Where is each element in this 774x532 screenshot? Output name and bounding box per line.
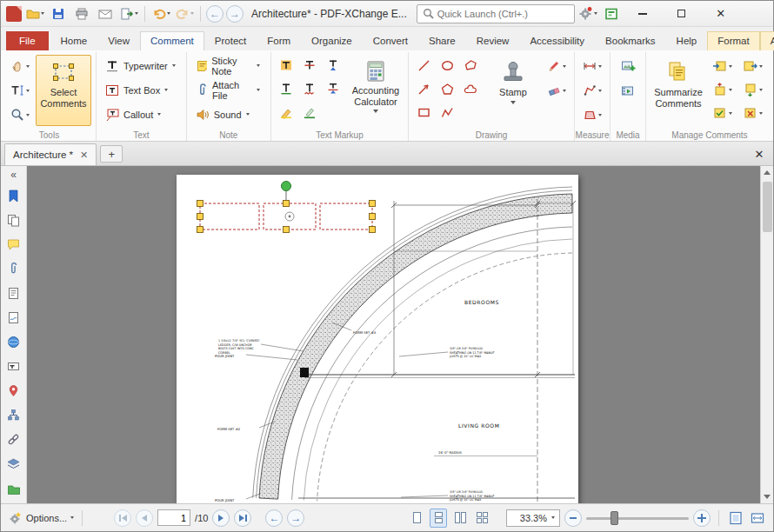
squiggly-underline-button[interactable] [299,78,320,99]
links-pane-button[interactable] [3,429,24,449]
tab-bookmarks[interactable]: Bookmarks [595,31,666,50]
tab-comment[interactable]: Comment [140,31,204,50]
destinations-pane-button[interactable] [3,380,24,401]
close-window-button[interactable]: ✕ [703,1,739,26]
selection-handles[interactable] [197,201,376,233]
rectangle-tool-button[interactable] [413,102,434,123]
options-button[interactable]: Options... [26,513,74,523]
maximize-button[interactable] [664,1,700,26]
two-page-view-button[interactable] [451,509,469,528]
email-button[interactable] [95,3,116,24]
area-tool-button[interactable] [579,103,605,126]
structure-pane-button[interactable] [3,404,24,425]
history-back-button[interactable]: ← [206,5,224,23]
minimize-button[interactable] [624,1,661,26]
underline-marker-button[interactable] [299,102,320,123]
tab-review[interactable]: Review [466,31,520,50]
fit-page-button[interactable] [727,509,744,528]
tab-format[interactable]: Format [707,31,759,50]
next-view-button[interactable]: → [287,509,304,527]
history-forward-button[interactable]: → [226,5,244,23]
fields-pane-button[interactable] [3,356,24,376]
model-3d-pane-button[interactable] [3,331,24,352]
settings-button[interactable] [577,3,598,24]
highlight-text-button[interactable] [276,55,297,76]
tab-view[interactable]: View [97,31,140,50]
quick-launch-search[interactable] [417,4,575,23]
pentagon-tool-button[interactable] [437,78,457,99]
scroll-up-button[interactable] [761,166,774,179]
tab-arrange[interactable]: Arrange [760,31,774,50]
accounting-calculator-button[interactable]: Accounting Calculator [348,55,404,126]
status-gear-icon[interactable] [8,511,22,525]
select-comments-button[interactable]: Select Comments [36,55,91,126]
zoom-slider-thumb[interactable] [611,511,618,525]
content-pane-button[interactable] [3,283,24,303]
zoom-in-button[interactable] [693,509,711,527]
zoom-out-button[interactable] [564,509,582,527]
comments-pane-button[interactable] [3,234,24,255]
export-comments-button[interactable] [739,55,765,77]
polyline-tool-button[interactable] [437,102,457,123]
previous-comment-button[interactable] [709,78,735,101]
quick-launch-input[interactable] [437,9,569,19]
fit-width-button[interactable] [749,509,766,528]
replace-text-button[interactable] [323,78,344,99]
document-tab-architecture[interactable]: Architecture * ✕ [4,143,97,165]
distance-tool-button[interactable] [579,55,605,77]
callout-button[interactable]: Callout [101,103,167,125]
text-box-button[interactable]: Text Box [101,79,174,101]
polygon-tool-button[interactable] [460,55,481,76]
tab-file[interactable]: File [6,31,49,50]
page-number-input[interactable] [157,509,190,526]
highlight-marker-button[interactable] [276,102,297,123]
pdf-page[interactable]: BEDROOMS LIVING ROOM 1 3/4x11 7/8" SCL '… [177,175,578,503]
first-page-button[interactable] [114,509,131,527]
previous-page-button[interactable] [136,509,153,527]
next-comment-button[interactable] [739,78,765,101]
hand-tool-button[interactable] [7,55,33,77]
new-tab-button[interactable]: + [100,145,123,163]
signatures-pane-button[interactable] [3,307,24,328]
save-button[interactable] [48,3,69,24]
session-button[interactable] [601,3,622,24]
next-page-button[interactable] [212,509,230,527]
arrow-tool-button[interactable] [413,78,434,99]
thumbnails-pane-button[interactable] [3,209,24,230]
tab-home[interactable]: Home [50,31,98,50]
open-button[interactable] [24,3,45,24]
history-pane-button[interactable] [3,479,24,500]
vertical-scrollbar[interactable] [760,166,773,503]
two-page-continuous-button[interactable] [473,509,490,528]
scroll-down-button[interactable] [761,490,774,503]
stamp-button[interactable]: Stamp [485,55,541,126]
underline-text-button[interactable] [276,78,297,99]
export-button[interactable] [118,3,139,24]
comment-annotation-3[interactable] [320,203,372,229]
show-comments-button[interactable] [709,102,735,124]
add-image-button[interactable] [615,55,641,77]
rotate-handle[interactable] [282,182,291,191]
oval-tool-button[interactable] [437,55,457,76]
tab-form[interactable]: Form [257,31,301,50]
last-page-button[interactable] [234,509,251,527]
sticky-note-button[interactable]: Sticky Note [191,55,266,76]
delete-comments-button[interactable] [739,102,765,124]
single-page-view-button[interactable] [408,509,425,528]
zoom-tool-button[interactable] [7,103,33,126]
typewriter-button[interactable]: Typewriter [101,55,182,76]
selected-comment-annotations[interactable] [197,182,376,233]
comment-annotation-1[interactable] [200,203,259,229]
tab-share[interactable]: Share [418,31,466,50]
tab-convert[interactable]: Convert [363,31,418,50]
continuous-view-button[interactable] [430,509,447,528]
tab-protect[interactable]: Protect [204,31,257,50]
cloud-tool-button[interactable] [460,78,481,99]
line-tool-button[interactable] [413,55,434,76]
previous-view-button[interactable]: ← [265,509,283,527]
add-media-button[interactable] [615,79,641,102]
tab-accessibility[interactable]: Accessibility [519,31,595,50]
close-tab-icon[interactable]: ✕ [80,150,88,161]
pencil-tool-button[interactable] [544,55,570,77]
layers-pane-button[interactable] [3,453,24,474]
